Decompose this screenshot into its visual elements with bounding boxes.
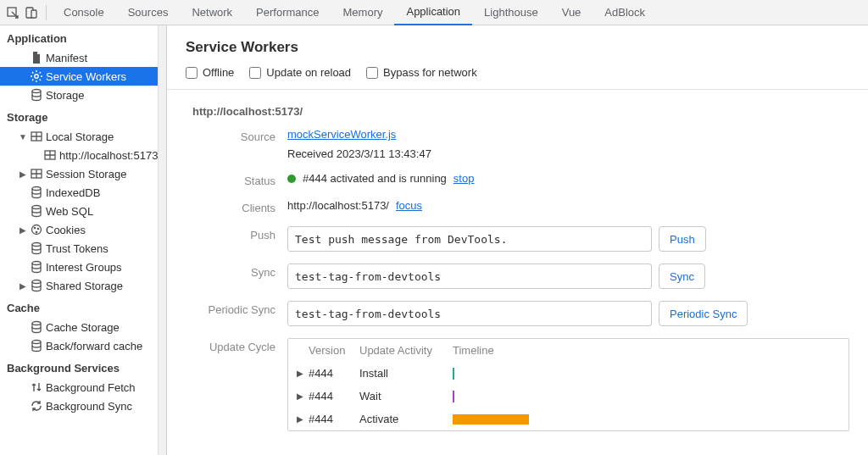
col-activity: Update Activity — [359, 344, 453, 357]
sidebar-item-label: Local Storage — [46, 130, 114, 143]
sidebar-item-storage[interactable]: Storage — [0, 86, 166, 104]
sidebar-item-local-storage[interactable]: ▼Local Storage — [0, 127, 166, 146]
svg-point-9 — [32, 206, 41, 209]
sidebar-item-label: http://localhost:5173/ — [59, 149, 161, 162]
cycle-timeline — [453, 368, 537, 380]
sidebar-item-label: Session Storage — [46, 168, 126, 180]
tab-adblock[interactable]: AdBlock — [593, 0, 657, 25]
sidebar-item-background-sync[interactable]: Background Sync — [0, 397, 166, 415]
update-cycle-table: Version Update Activity Timeline ▶#444In… — [287, 338, 849, 431]
sidebar-section-storage: Storage — [0, 104, 166, 127]
sidebar-item-back-forward-cache[interactable]: Back/forward cache — [0, 336, 166, 355]
expand-arrow-icon[interactable]: ▶ — [297, 369, 309, 378]
db-icon — [29, 339, 44, 352]
svg-point-15 — [32, 262, 41, 265]
db-icon — [29, 241, 44, 255]
db-icon — [29, 320, 44, 334]
sidebar-item-http-localhost-5173-[interactable]: http://localhost:5173/ — [0, 146, 166, 164]
sidebar-item-session-storage[interactable]: ▶Session Storage — [0, 164, 166, 183]
expand-arrow-icon[interactable]: ▶ — [19, 281, 27, 291]
application-sidebar: ApplicationManifestService WorkersStorag… — [0, 25, 167, 455]
svg-point-18 — [32, 341, 41, 344]
tab-sources[interactable]: Sources — [116, 0, 181, 25]
status-label: Status — [186, 172, 287, 187]
sidebar-item-service-workers[interactable]: Service Workers — [0, 67, 166, 86]
db-icon — [29, 204, 44, 218]
expand-arrow-icon[interactable]: ▶ — [297, 414, 309, 424]
cycle-version: #444 — [309, 390, 359, 402]
push-button[interactable]: Push — [659, 226, 706, 252]
sidebar-section-cache: Cache — [0, 295, 166, 318]
tab-console[interactable]: Console — [52, 0, 116, 25]
periodic-sync-input[interactable] — [287, 301, 652, 326]
expand-arrow-icon[interactable]: ▶ — [19, 169, 27, 179]
timeline-bar — [453, 414, 529, 424]
inspect-element-icon[interactable] — [3, 3, 22, 22]
bypass-for-network-checkbox[interactable]: Bypass for network — [366, 66, 477, 79]
panel-title: Service Workers — [186, 39, 849, 56]
sidebar-section-application: Application — [0, 25, 166, 48]
update-cycle-label: Update Cycle — [186, 338, 287, 353]
sidebar-item-interest-groups[interactable]: Interest Groups — [0, 258, 166, 276]
push-input[interactable] — [287, 226, 652, 252]
offline-checkbox[interactable]: Offline — [186, 66, 234, 79]
update-cycle-row[interactable]: ▶#444Install — [288, 362, 849, 385]
sidebar-item-manifest[interactable]: Manifest — [0, 48, 166, 67]
sidebar-item-web-sql[interactable]: Web SQL — [0, 202, 166, 220]
update-cycle-row[interactable]: ▶#444Activate — [288, 408, 849, 430]
gear-icon — [29, 69, 44, 83]
main-panel: Service Workers Offline Update on reload… — [167, 25, 868, 455]
periodic-sync-button[interactable]: Periodic Sync — [659, 301, 748, 326]
service-worker-origin: http://localhost:5173/ — [192, 105, 849, 118]
tab-memory[interactable]: Memory — [331, 0, 395, 25]
update-cycle-row[interactable]: ▶#444Wait — [288, 385, 849, 408]
tab-application[interactable]: Application — [394, 0, 472, 25]
sync-input[interactable] — [287, 264, 652, 289]
sidebar-item-cache-storage[interactable]: Cache Storage — [0, 318, 166, 336]
grid-icon — [42, 148, 58, 162]
update-on-reload-checkbox[interactable]: Update on reload — [249, 66, 351, 79]
file-icon — [29, 51, 44, 64]
svg-point-3 — [35, 75, 38, 78]
stop-link[interactable]: stop — [453, 172, 475, 185]
sync-button[interactable]: Sync — [659, 264, 705, 289]
sidebar-item-label: Cache Storage — [46, 321, 120, 334]
source-received-text: Received 2023/3/11 13:43:47 — [287, 147, 849, 160]
cycle-version: #444 — [309, 367, 359, 380]
expand-arrow-icon[interactable]: ▼ — [19, 132, 27, 141]
sidebar-item-shared-storage[interactable]: ▶Shared Storage — [0, 276, 166, 295]
sidebar-item-cookies[interactable]: ▶Cookies — [0, 220, 166, 239]
service-worker-options: Offline Update on reload Bypass for netw… — [167, 66, 868, 90]
status-running-icon — [287, 175, 296, 183]
sidebar-item-label: Manifest — [46, 52, 87, 64]
sidebar-item-label: Interest Groups — [46, 261, 122, 274]
db-icon — [29, 88, 44, 102]
svg-point-8 — [32, 187, 41, 191]
focus-link[interactable]: focus — [396, 199, 422, 212]
tab-lighthouse[interactable]: Lighthouse — [472, 0, 550, 25]
cycle-activity: Wait — [359, 390, 453, 402]
sidebar-item-label: Trust Tokens — [46, 242, 108, 255]
col-timeline: Timeline — [453, 344, 537, 357]
tab-performance[interactable]: Performance — [244, 0, 331, 25]
sidebar-item-trust-tokens[interactable]: Trust Tokens — [0, 239, 166, 258]
svg-point-14 — [32, 243, 41, 247]
expand-arrow-icon[interactable]: ▶ — [19, 225, 27, 235]
cycle-timeline — [453, 391, 537, 402]
sidebar-item-indexeddb[interactable]: IndexedDB — [0, 183, 166, 202]
expand-arrow-icon[interactable]: ▶ — [297, 391, 309, 401]
device-toolbar-icon[interactable] — [22, 3, 41, 22]
cycle-version: #444 — [309, 413, 359, 425]
source-label: Source — [186, 128, 287, 143]
sidebar-item-background-fetch[interactable]: Background Fetch — [0, 378, 166, 397]
source-file-link[interactable]: mockServiceWorker.js — [287, 128, 849, 141]
separator — [46, 5, 47, 20]
sidebar-item-label: Service Workers — [46, 70, 126, 83]
svg-point-12 — [37, 228, 38, 229]
col-version: Version — [309, 344, 359, 357]
push-label: Push — [186, 226, 287, 241]
tab-vue[interactable]: Vue — [550, 0, 593, 25]
sidebar-item-label: Web SQL — [46, 205, 93, 218]
cycle-activity: Install — [359, 367, 453, 380]
tab-network[interactable]: Network — [180, 0, 244, 25]
